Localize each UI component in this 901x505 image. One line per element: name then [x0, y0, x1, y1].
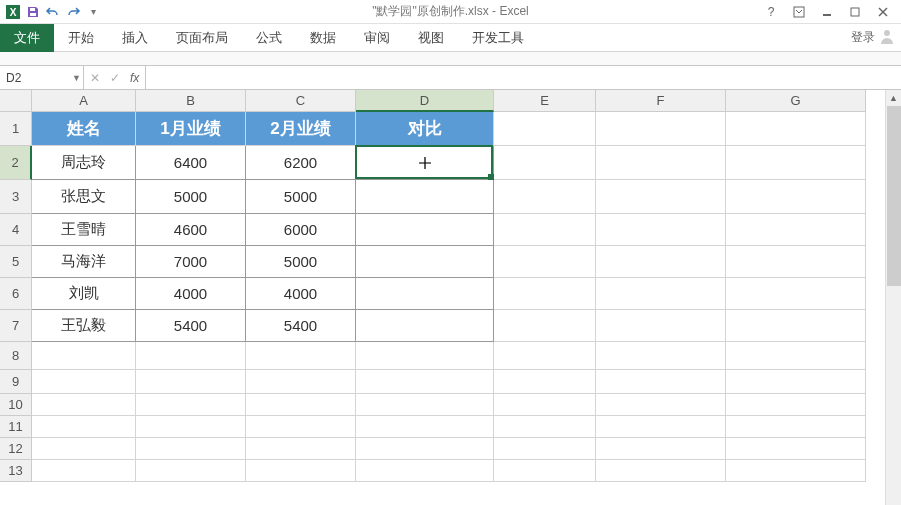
- row-header-7[interactable]: 7: [0, 310, 32, 342]
- cell-C11[interactable]: [246, 416, 356, 438]
- cell-B2[interactable]: 6400: [136, 146, 246, 180]
- row-header-6[interactable]: 6: [0, 278, 32, 310]
- cell-E1[interactable]: [494, 112, 596, 146]
- cell-C4[interactable]: 6000: [246, 214, 356, 246]
- cell-G4[interactable]: [726, 214, 866, 246]
- cell-F3[interactable]: [596, 180, 726, 214]
- cell-E5[interactable]: [494, 246, 596, 278]
- cell-D9[interactable]: [356, 370, 494, 394]
- minimize-button[interactable]: [813, 0, 841, 24]
- scroll-thumb[interactable]: [887, 106, 901, 286]
- cell-A9[interactable]: [32, 370, 136, 394]
- scroll-up-icon[interactable]: ▲: [886, 90, 901, 106]
- cell-D10[interactable]: [356, 394, 494, 416]
- cell-C6[interactable]: 4000: [246, 278, 356, 310]
- cell-D11[interactable]: [356, 416, 494, 438]
- cell-B9[interactable]: [136, 370, 246, 394]
- cell-D8[interactable]: [356, 342, 494, 370]
- cell-G3[interactable]: [726, 180, 866, 214]
- redo-icon[interactable]: [64, 3, 82, 21]
- undo-icon[interactable]: [44, 3, 62, 21]
- ribbon-tab-文件[interactable]: 文件: [0, 24, 54, 52]
- cell-B6[interactable]: 4000: [136, 278, 246, 310]
- cell-F1[interactable]: [596, 112, 726, 146]
- cell-E3[interactable]: [494, 180, 596, 214]
- ribbon-tab-页面布局[interactable]: 页面布局: [162, 24, 242, 52]
- cell-G10[interactable]: [726, 394, 866, 416]
- cell-C13[interactable]: [246, 460, 356, 482]
- column-header-F[interactable]: F: [596, 90, 726, 112]
- cell-G11[interactable]: [726, 416, 866, 438]
- ribbon-tab-数据[interactable]: 数据: [296, 24, 350, 52]
- cell-A8[interactable]: [32, 342, 136, 370]
- row-header-13[interactable]: 13: [0, 460, 32, 482]
- column-header-G[interactable]: G: [726, 90, 866, 112]
- cell-C1[interactable]: 2月业绩: [246, 112, 356, 146]
- cell-A7[interactable]: 王弘毅: [32, 310, 136, 342]
- close-button[interactable]: [869, 0, 897, 24]
- cell-D5[interactable]: [356, 246, 494, 278]
- ribbon-tab-视图[interactable]: 视图: [404, 24, 458, 52]
- cell-B5[interactable]: 7000: [136, 246, 246, 278]
- cell-E9[interactable]: [494, 370, 596, 394]
- ribbon-tab-插入[interactable]: 插入: [108, 24, 162, 52]
- cell-G13[interactable]: [726, 460, 866, 482]
- ribbon-tab-公式[interactable]: 公式: [242, 24, 296, 52]
- cell-A6[interactable]: 刘凯: [32, 278, 136, 310]
- cell-D4[interactable]: [356, 214, 494, 246]
- cell-G12[interactable]: [726, 438, 866, 460]
- cell-F13[interactable]: [596, 460, 726, 482]
- row-header-8[interactable]: 8: [0, 342, 32, 370]
- maximize-button[interactable]: [841, 0, 869, 24]
- cell-A4[interactable]: 王雪晴: [32, 214, 136, 246]
- cell-A11[interactable]: [32, 416, 136, 438]
- cell-C9[interactable]: [246, 370, 356, 394]
- cell-E2[interactable]: [494, 146, 596, 180]
- cell-E13[interactable]: [494, 460, 596, 482]
- cell-C2[interactable]: 6200: [246, 146, 356, 180]
- qat-customize-icon[interactable]: ▾: [84, 3, 102, 21]
- column-header-C[interactable]: C: [246, 90, 356, 112]
- cell-D12[interactable]: [356, 438, 494, 460]
- cell-B13[interactable]: [136, 460, 246, 482]
- cell-C10[interactable]: [246, 394, 356, 416]
- cell-F7[interactable]: [596, 310, 726, 342]
- row-header-1[interactable]: 1: [0, 112, 32, 146]
- cell-B12[interactable]: [136, 438, 246, 460]
- cell-A13[interactable]: [32, 460, 136, 482]
- row-header-10[interactable]: 10: [0, 394, 32, 416]
- cell-C3[interactable]: 5000: [246, 180, 356, 214]
- row-header-4[interactable]: 4: [0, 214, 32, 246]
- cell-A12[interactable]: [32, 438, 136, 460]
- name-box-dropdown-icon[interactable]: ▼: [72, 73, 81, 83]
- cell-G7[interactable]: [726, 310, 866, 342]
- cell-E12[interactable]: [494, 438, 596, 460]
- cell-E11[interactable]: [494, 416, 596, 438]
- ribbon-tab-审阅[interactable]: 审阅: [350, 24, 404, 52]
- cell-D3[interactable]: [356, 180, 494, 214]
- cell-C7[interactable]: 5400: [246, 310, 356, 342]
- fx-icon[interactable]: fx: [130, 71, 139, 85]
- cells-area[interactable]: 姓名1月业绩2月业绩对比周志玲64006200张思文50005000王雪晴460…: [32, 112, 866, 482]
- save-icon[interactable]: [24, 3, 42, 21]
- cell-B1[interactable]: 1月业绩: [136, 112, 246, 146]
- cell-C5[interactable]: 5000: [246, 246, 356, 278]
- cell-B11[interactable]: [136, 416, 246, 438]
- cell-G9[interactable]: [726, 370, 866, 394]
- cell-G6[interactable]: [726, 278, 866, 310]
- cell-F11[interactable]: [596, 416, 726, 438]
- cell-G2[interactable]: [726, 146, 866, 180]
- cell-G1[interactable]: [726, 112, 866, 146]
- cell-F6[interactable]: [596, 278, 726, 310]
- cell-C8[interactable]: [246, 342, 356, 370]
- cell-C12[interactable]: [246, 438, 356, 460]
- cell-F8[interactable]: [596, 342, 726, 370]
- cell-D1[interactable]: 对比: [356, 112, 494, 146]
- enter-formula-icon[interactable]: ✓: [110, 71, 120, 85]
- cell-A10[interactable]: [32, 394, 136, 416]
- column-header-E[interactable]: E: [494, 90, 596, 112]
- ribbon-tab-开始[interactable]: 开始: [54, 24, 108, 52]
- cell-D2[interactable]: [356, 146, 494, 180]
- name-box[interactable]: D2 ▼: [0, 66, 84, 89]
- login-label[interactable]: 登录: [851, 29, 875, 46]
